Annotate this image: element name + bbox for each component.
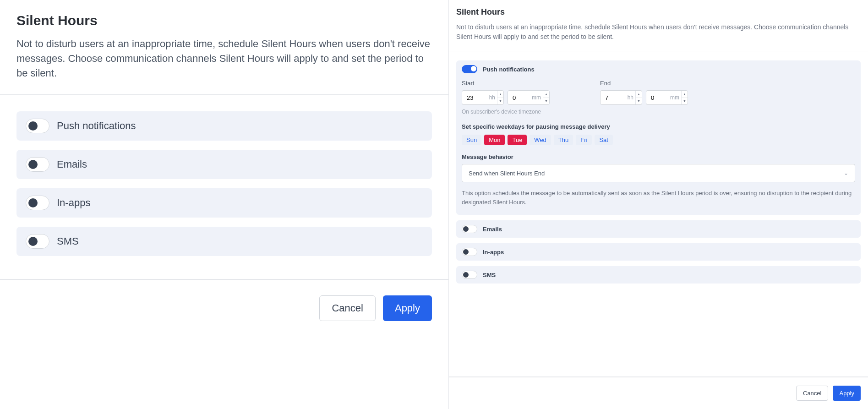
push-config-body: Start hh ▲ ▼ xyxy=(456,78,861,215)
time-range-row: Start hh ▲ ▼ xyxy=(462,80,855,105)
arrow-down-icon[interactable]: ▼ xyxy=(497,98,503,105)
channel-push-notifications: Push notifications xyxy=(16,111,432,141)
arrow-up-icon[interactable]: ▲ xyxy=(682,91,688,98)
arrow-up-icon[interactable]: ▲ xyxy=(497,91,503,98)
toggle-in-apps[interactable] xyxy=(462,248,477,256)
weekday-header: Set specific weekdays for pausing messag… xyxy=(462,123,855,130)
day-sat[interactable]: Sat xyxy=(595,135,613,145)
message-behavior-header: Message behavior xyxy=(462,153,855,160)
panel-header: Silent Hours Not to disturb users at an … xyxy=(0,0,448,94)
toggle-emails[interactable] xyxy=(26,157,49,172)
toggle-sms[interactable] xyxy=(26,234,49,249)
toggle-sms[interactable] xyxy=(462,271,477,279)
toggle-emails[interactable] xyxy=(462,225,477,233)
unit-mm: mm xyxy=(524,94,543,101)
day-tue[interactable]: Tue xyxy=(508,135,527,145)
channel-in-apps: In-apps xyxy=(456,243,861,261)
arrow-down-icon[interactable]: ▼ xyxy=(682,98,688,105)
silent-hours-panel-expanded: Silent Hours Not to disturb users at an … xyxy=(449,0,868,409)
behavior-description: This option schedules the message to be … xyxy=(462,189,855,207)
toggle-in-apps[interactable] xyxy=(26,196,49,210)
panel-header: Silent Hours Not to disturb users at an … xyxy=(449,0,868,51)
day-thu[interactable]: Thu xyxy=(554,135,573,145)
message-behavior-select[interactable]: Send when Silent Hours End ⌄ xyxy=(462,164,855,182)
arrow-down-icon[interactable]: ▼ xyxy=(543,98,549,105)
start-hour-input[interactable]: hh ▲ ▼ xyxy=(462,90,504,105)
day-wed[interactable]: Wed xyxy=(530,135,551,145)
start-label: Start xyxy=(462,80,550,87)
channel-sms: SMS xyxy=(16,227,432,256)
start-inputs: hh ▲ ▼ mm ▲ ▼ xyxy=(462,90,550,105)
day-mon[interactable]: Mon xyxy=(484,135,505,145)
channel-label: Push notifications xyxy=(483,66,535,73)
section-header: Push notifications xyxy=(456,60,861,78)
apply-button[interactable]: Apply xyxy=(383,295,432,321)
channel-label: Emails xyxy=(57,158,87,170)
arrow-down-icon[interactable]: ▼ xyxy=(636,98,642,105)
start-time-block: Start hh ▲ ▼ xyxy=(462,80,550,105)
arrow-up-icon[interactable]: ▲ xyxy=(636,91,642,98)
page-description: Not to disturb users at an inappropriate… xyxy=(456,22,861,42)
spinner-arrows: ▲ ▼ xyxy=(635,91,642,104)
unit-hh: hh xyxy=(617,94,635,101)
cancel-button[interactable]: Cancel xyxy=(796,386,828,401)
channels-list: Push notifications Emails In-apps SMS xyxy=(0,95,448,279)
end-inputs: hh ▲ ▼ mm ▲ ▼ xyxy=(600,90,688,105)
section-header: In-apps xyxy=(456,243,861,261)
start-minute-field[interactable] xyxy=(508,94,524,101)
chevron-down-icon: ⌄ xyxy=(844,170,848,176)
channel-label: In-apps xyxy=(57,197,90,209)
page-description: Not to disturb users at an inappropriate… xyxy=(16,37,432,81)
channel-label: SMS xyxy=(57,235,79,247)
panel-footer: Cancel Apply xyxy=(0,279,448,337)
section-header: Emails xyxy=(456,220,861,238)
start-minute-input[interactable]: mm ▲ ▼ xyxy=(508,90,550,105)
channels-list: Push notifications Start hh ▲ ▼ xyxy=(449,51,868,376)
channel-emails: Emails xyxy=(456,220,861,238)
day-sun[interactable]: Sun xyxy=(462,135,481,145)
channel-label: Push notifications xyxy=(57,120,136,132)
toggle-push-notifications[interactable] xyxy=(462,65,477,73)
end-label: End xyxy=(600,80,688,87)
panel-footer: Cancel Apply xyxy=(449,377,868,409)
silent-hours-panel-basic: Silent Hours Not to disturb users at an … xyxy=(0,0,449,409)
section-header: SMS xyxy=(456,266,861,284)
spinner-arrows: ▲ ▼ xyxy=(543,91,549,104)
cancel-button[interactable]: Cancel xyxy=(319,295,375,321)
day-fri[interactable]: Fri xyxy=(576,135,592,145)
channel-emails: Emails xyxy=(16,150,432,179)
unit-hh: hh xyxy=(479,94,497,101)
channel-in-apps: In-apps xyxy=(16,188,432,218)
page-title: Silent Hours xyxy=(16,13,432,28)
spinner-arrows: ▲ ▼ xyxy=(681,91,688,104)
end-minute-field[interactable] xyxy=(646,94,663,101)
timezone-note: On subscriber's device timezone xyxy=(462,109,855,115)
end-hour-field[interactable] xyxy=(601,94,617,101)
unit-mm: mm xyxy=(663,94,681,101)
start-hour-field[interactable] xyxy=(462,94,479,101)
end-minute-input[interactable]: mm ▲ ▼ xyxy=(646,90,688,105)
end-time-block: End hh ▲ ▼ xyxy=(600,80,688,105)
channel-sms: SMS xyxy=(456,266,861,284)
apply-button[interactable]: Apply xyxy=(833,386,861,401)
channel-label: In-apps xyxy=(483,249,504,256)
weekday-buttons: Sun Mon Tue Wed Thu Fri Sat xyxy=(462,135,855,145)
end-hour-input[interactable]: hh ▲ ▼ xyxy=(600,90,642,105)
spinner-arrows: ▲ ▼ xyxy=(497,91,503,104)
channel-label: Emails xyxy=(483,226,502,233)
channel-push-notifications: Push notifications Start hh ▲ ▼ xyxy=(456,60,861,215)
channel-label: SMS xyxy=(483,272,496,278)
toggle-push-notifications[interactable] xyxy=(26,119,49,133)
page-title: Silent Hours xyxy=(456,7,861,17)
arrow-up-icon[interactable]: ▲ xyxy=(543,91,549,98)
select-value: Send when Silent Hours End xyxy=(469,170,545,177)
